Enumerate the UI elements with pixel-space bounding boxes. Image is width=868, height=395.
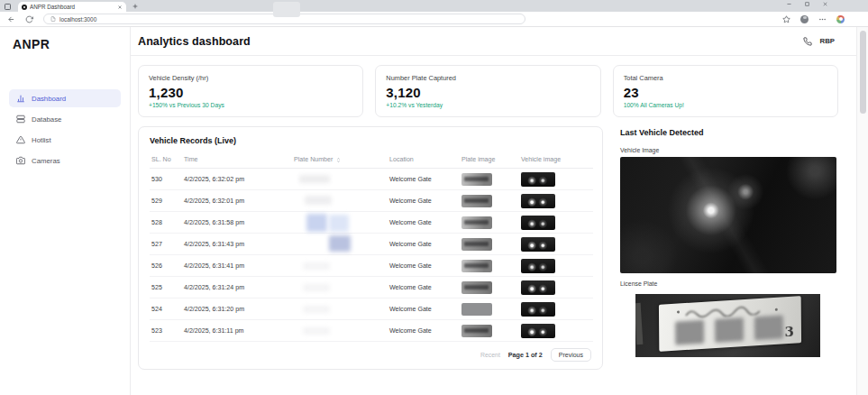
- column-plate-number[interactable]: Plate Number: [292, 152, 388, 169]
- sidebar-item-hotlist[interactable]: Hotlist: [9, 131, 121, 149]
- page-scrollbar[interactable]: [856, 27, 868, 395]
- stat-label: Total Camera: [624, 74, 827, 82]
- cell-sl-no: 526: [150, 255, 182, 277]
- cell-plate-number: [292, 169, 388, 190]
- cell-location: Welcome Gate: [388, 212, 460, 234]
- sidebar-item-label: Database: [32, 115, 61, 124]
- table-row: 523 4/2/2025, 6:31:11 pm Welcome Gate: [150, 320, 593, 342]
- minimize-icon[interactable]: [786, 1, 792, 7]
- cell-vehicle-image: [519, 299, 593, 320]
- plate-number-redaction: [294, 257, 386, 275]
- tab-overview-icon[interactable]: [4, 3, 12, 11]
- camera-icon: [16, 156, 25, 165]
- plate-number-redaction: [294, 300, 386, 318]
- sidebar: ANPR Dashboard Database Hotlist Cameras: [0, 27, 131, 395]
- license-plate: 3: [659, 296, 801, 352]
- sidebar-item-label: Hotlist: [32, 136, 51, 144]
- tab-title: ANPR Dashboard: [30, 4, 114, 10]
- cell-location: Welcome Gate: [388, 255, 460, 277]
- plate-image-thumbnail: [461, 303, 492, 316]
- tab-favicon: [22, 5, 27, 10]
- new-tab-icon[interactable]: [132, 3, 139, 10]
- sidebar-item-database[interactable]: Database: [9, 110, 121, 128]
- cell-location: Welcome Gate: [388, 169, 460, 190]
- cell-time: 4/2/2025, 6:31:20 pm: [182, 299, 292, 320]
- database-icon: [16, 115, 25, 124]
- stat-card-total-camera: Total Camera 23 100% All Cameras Up!: [613, 65, 838, 117]
- cell-plate-image: [460, 169, 519, 190]
- vehicle-image-thumbnail: [521, 172, 555, 187]
- cell-vehicle-image: [519, 277, 593, 299]
- cell-location: Welcome Gate: [388, 320, 460, 342]
- cell-sl-no: 528: [150, 212, 182, 234]
- tab-close-icon[interactable]: [117, 5, 123, 10]
- more-menu-icon[interactable]: [818, 15, 827, 23]
- cell-time: 4/2/2025, 6:32:02 pm: [182, 169, 292, 190]
- table-row: 525 4/2/2025, 6:31:24 pm Welcome Gate: [150, 277, 593, 299]
- page-icon: [50, 16, 56, 22]
- browser-avatar[interactable]: [800, 15, 809, 23]
- cell-plate-number: [292, 234, 388, 255]
- favorites-icon[interactable]: [782, 15, 790, 23]
- cell-plate-number: [292, 277, 388, 299]
- column-vehicle-image: Vehicle image: [519, 152, 593, 169]
- table-row: 526 4/2/2025, 6:31:41 pm Welcome Gate: [150, 255, 593, 277]
- plate-image-thumbnail: [461, 260, 492, 272]
- sidebar-item-label: Cameras: [32, 157, 60, 165]
- phone-icon[interactable]: [803, 37, 812, 46]
- stat-value: 1,230: [149, 85, 352, 100]
- cell-sl-no: 530: [150, 169, 182, 190]
- sort-icon[interactable]: [335, 157, 342, 163]
- last-vehicle-panel: Last Vehicle Detected Vehicle Image Lice…: [614, 126, 839, 370]
- maximize-icon[interactable]: [804, 1, 810, 7]
- plate-image-thumbnail: [461, 173, 492, 186]
- cell-plate-image: [460, 299, 519, 320]
- cell-plate-image: [460, 190, 519, 212]
- cell-sl-no: 523: [150, 320, 182, 342]
- sidebar-item-cameras[interactable]: Cameras: [9, 152, 121, 170]
- cell-plate-image: [460, 255, 519, 277]
- page-header: Analytics dashboard RBP: [131, 27, 856, 56]
- cell-vehicle-image: [519, 212, 593, 234]
- close-icon[interactable]: [822, 1, 828, 7]
- pagination: Recent Page 1 of 2 Previous: [150, 348, 591, 362]
- vehicle-image-thumbnail: [521, 259, 555, 273]
- cell-location: Welcome Gate: [388, 299, 460, 320]
- vehicle-image-thumbnail: [521, 324, 555, 338]
- anpr-app: ANPR Dashboard Database Hotlist Cameras …: [0, 27, 868, 395]
- vehicle-image-label: Vehicle Image: [620, 147, 839, 153]
- browser-chrome: ANPR Dashboard localhost:3000: [0, 0, 868, 27]
- cell-plate-number: [292, 299, 388, 320]
- browser-tab[interactable]: ANPR Dashboard: [18, 2, 126, 12]
- plate-image-thumbnail: [461, 216, 492, 229]
- table-row: 530 4/2/2025, 6:32:02 pm Welcome Gate: [150, 169, 593, 190]
- cell-plate-number: [292, 255, 388, 277]
- refresh-icon[interactable]: [25, 15, 33, 23]
- profile-icon[interactable]: [836, 15, 845, 23]
- cell-plate-image: [460, 234, 519, 255]
- scrollbar-thumb[interactable]: [860, 31, 866, 114]
- sidebar-item-dashboard[interactable]: Dashboard: [9, 89, 121, 107]
- back-icon[interactable]: [7, 15, 15, 23]
- license-plate-label: License Plate: [620, 280, 839, 287]
- stat-value: 23: [624, 85, 827, 100]
- cell-sl-no: 525: [150, 277, 182, 299]
- vehicle-image-thumbnail: [521, 216, 555, 230]
- recent-button[interactable]: Recent: [480, 352, 500, 358]
- user-label[interactable]: RBP: [820, 37, 835, 45]
- plate-number-redaction: [294, 170, 386, 188]
- previous-button[interactable]: Previous: [551, 348, 591, 362]
- cell-plate-number: [292, 212, 388, 234]
- cell-time: 4/2/2025, 6:31:41 pm: [182, 255, 292, 277]
- cell-time: 4/2/2025, 6:32:01 pm: [182, 190, 292, 212]
- cell-vehicle-image: [519, 234, 593, 255]
- url-text: localhost:3000: [59, 16, 96, 23]
- column-location: Location: [388, 152, 460, 169]
- cell-location: Welcome Gate: [388, 234, 460, 255]
- cell-plate-number: [292, 190, 388, 212]
- vehicle-records-card: Vehicle Records (Live) SL. No Time Plate…: [138, 126, 603, 370]
- bar-chart-icon: [16, 94, 25, 103]
- plate-number-redaction: [294, 192, 386, 210]
- plate-number-redaction: [294, 322, 386, 340]
- cell-sl-no: 527: [150, 234, 182, 255]
